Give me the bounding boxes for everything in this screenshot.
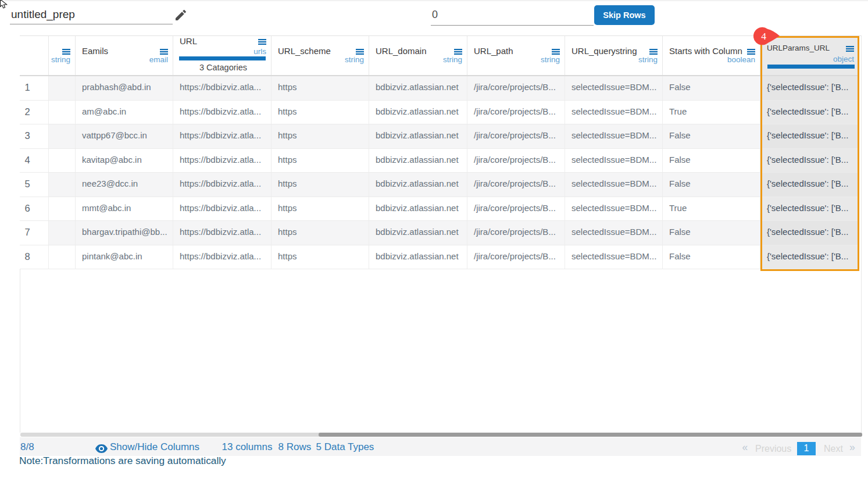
svg-text:4: 4 xyxy=(761,30,766,42)
